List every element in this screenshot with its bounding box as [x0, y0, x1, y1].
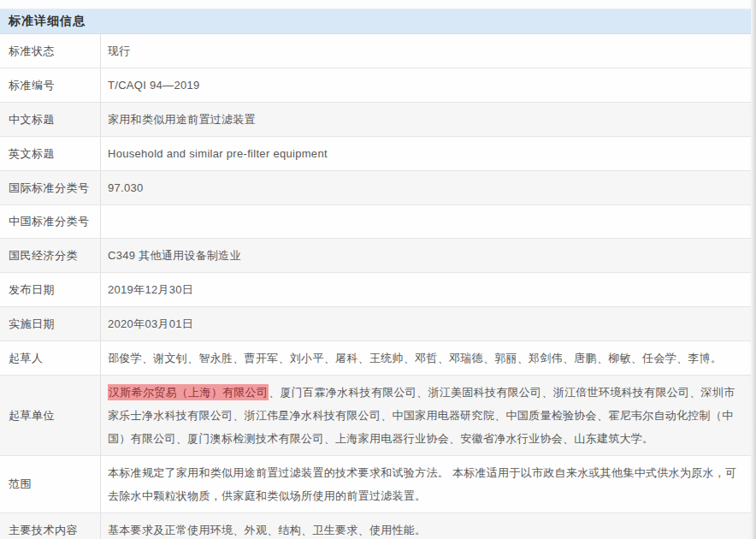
- table-row: 主要技术内容基本要求及正常使用环境、外观、结构、卫生要求、使用性能。: [0, 513, 751, 539]
- row-value: 97.030: [101, 171, 751, 204]
- table-row: 起草单位汉斯希尔贸易（上海）有限公司、厦门百霖净水科技有限公司、浙江美固科技有限…: [0, 376, 751, 456]
- row-label: 标准状态: [0, 34, 101, 68]
- row-value: 基本要求及正常使用环境、外观、结构、卫生要求、使用性能。: [101, 513, 751, 539]
- row-value: 邵俊学、谢文钊、智永胜、曹开军、刘小平、屠科、王统帅、邓哲、邓瑞德、郭丽、郑剑伟…: [101, 341, 751, 375]
- row-label: 中文标题: [0, 103, 101, 136]
- row-label: 中国标准分类号: [0, 205, 101, 238]
- row-value-text: Household and similar pre-filter equipme…: [108, 142, 328, 165]
- row-value-text: 2019年12月30日: [108, 278, 193, 301]
- row-value: 家用和类似用途前置过滤装置: [101, 103, 751, 136]
- row-value: 2019年12月30日: [101, 273, 751, 306]
- table-row: 中国标准分类号: [0, 205, 751, 239]
- row-label: 起草人: [0, 341, 101, 375]
- details-table: 标准状态现行标准编号T/CAQI 94—2019中文标题家用和类似用途前置过滤装…: [0, 34, 751, 539]
- row-value-text: 邵俊学、谢文钊、智永胜、曹开军、刘小平、屠科、王统帅、邓哲、邓瑞德、郭丽、郑剑伟…: [108, 346, 722, 370]
- row-value: 本标准规定了家用和类似用途前置过滤装置的技术要求和试验方法。 本标准适用于以市政…: [101, 456, 751, 512]
- row-label: 国民经济分类: [0, 239, 101, 272]
- row-value-text: 家用和类似用途前置过滤装置: [108, 108, 256, 131]
- table-row: 发布日期2019年12月30日: [0, 273, 751, 307]
- row-label: 英文标题: [0, 137, 101, 170]
- highlighted-company: 汉斯希尔贸易（上海）有限公司: [108, 384, 269, 400]
- row-value-text: 现行: [108, 39, 131, 62]
- table-row: 标准状态现行: [0, 34, 751, 68]
- row-value: 2020年03月01日: [101, 307, 751, 341]
- row-value: Household and similar pre-filter equipme…: [101, 137, 751, 170]
- row-value-text: T/CAQI 94—2019: [108, 74, 200, 97]
- row-value-text: 97.030: [108, 176, 144, 199]
- panel-header: 标准详细信息: [0, 9, 751, 34]
- table-row: 范围本标准规定了家用和类似用途前置过滤装置的技术要求和试验方法。 本标准适用于以…: [0, 456, 751, 513]
- row-value-text: C349 其他通用设备制造业: [108, 244, 241, 267]
- row-label: 主要技术内容: [0, 513, 101, 539]
- standard-detail-panel: 标准详细信息 标准状态现行标准编号T/CAQI 94—2019中文标题家用和类似…: [0, 9, 751, 539]
- table-row: 实施日期2020年03月01日: [0, 307, 751, 341]
- row-label: 国际标准分类号: [0, 171, 101, 204]
- row-value-text: 2020年03月01日: [108, 312, 193, 335]
- row-label: 范围: [0, 456, 101, 512]
- table-row: 中文标题家用和类似用途前置过滤装置: [0, 103, 751, 137]
- row-value: T/CAQI 94—2019: [101, 68, 751, 102]
- row-label: 实施日期: [0, 307, 101, 341]
- panel-title: 标准详细信息: [9, 14, 86, 29]
- row-label: 发布日期: [0, 273, 101, 306]
- table-row: 英文标题Household and similar pre-filter equ…: [0, 137, 751, 171]
- row-value-text: 基本要求及正常使用环境、外观、结构、卫生要求、使用性能。: [108, 518, 426, 539]
- row-value: 汉斯希尔贸易（上海）有限公司、厦门百霖净水科技有限公司、浙江美固科技有限公司、浙…: [101, 376, 751, 455]
- row-label: 起草单位: [0, 376, 101, 455]
- row-value: C349 其他通用设备制造业: [101, 239, 751, 272]
- table-row: 标准编号T/CAQI 94—2019: [0, 68, 751, 103]
- page-right-edge-shadow: [750, 0, 756, 539]
- table-row: 国民经济分类C349 其他通用设备制造业: [0, 239, 751, 273]
- table-row: 起草人邵俊学、谢文钊、智永胜、曹开军、刘小平、屠科、王统帅、邓哲、邓瑞德、郭丽、…: [0, 341, 751, 376]
- row-value: [101, 205, 751, 238]
- row-value-text: 本标准规定了家用和类似用途前置过滤装置的技术要求和试验方法。 本标准适用于以市政…: [108, 461, 739, 507]
- row-value: 现行: [101, 34, 751, 68]
- standard-detail-page: 标准详细信息 标准状态现行标准编号T/CAQI 94—2019中文标题家用和类似…: [0, 0, 756, 539]
- row-label: 标准编号: [0, 68, 101, 102]
- row-value-text: 汉斯希尔贸易（上海）有限公司、厦门百霖净水科技有限公司、浙江美固科技有限公司、浙…: [108, 381, 739, 450]
- table-row: 国际标准分类号97.030: [0, 171, 751, 205]
